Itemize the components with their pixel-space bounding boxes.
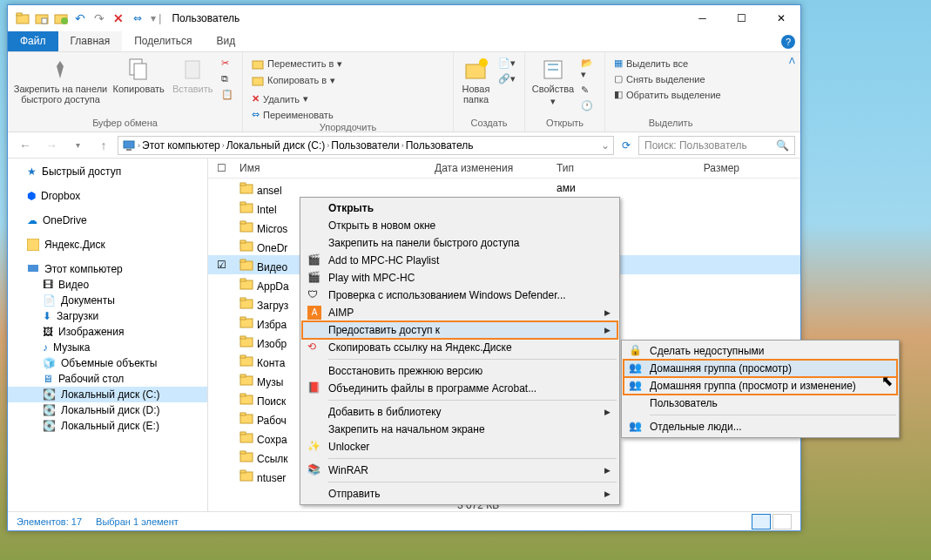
svg-rect-25 [240, 240, 246, 243]
up-button[interactable]: ↑ [91, 135, 116, 156]
nav-music[interactable]: ♪Музыка [8, 340, 207, 355]
nav-desktop[interactable]: 🖥Рабочий стол [8, 371, 207, 387]
nav-yandex[interactable]: Яндекс.Диск [8, 237, 207, 253]
file-row[interactable]: anselами [208, 179, 800, 198]
ctx-open-new[interactable]: Открыть в новом окне [302, 217, 617, 234]
recent-dropdown[interactable]: ▾ [65, 135, 90, 156]
paste-shortcut-button[interactable]: 📋 [218, 87, 237, 102]
history-button[interactable]: 🕐 [577, 98, 599, 113]
delete-icon[interactable]: ✕ [109, 9, 128, 28]
ctx-deny[interactable]: 🔒Сделать недоступными [624, 342, 897, 360]
properties-button[interactable]: Свойства▾ [530, 54, 576, 107]
ctx-people[interactable]: 👥Отдельные люди... [624, 418, 897, 435]
ctx-acrobat[interactable]: 📕Объединить файлы в программе Acrobat... [302, 380, 617, 397]
crumb-1[interactable]: Локальный диск (C:) [226, 139, 326, 152]
ribbon-collapse-icon[interactable]: ᐱ [789, 56, 795, 65]
invert-selection-button[interactable]: ◧Обратить выделение [611, 87, 731, 102]
nav-this-pc[interactable]: Этот компьютер [8, 261, 207, 277]
new-folder-button[interactable]: Новая папка [459, 54, 493, 105]
tab-view[interactable]: Вид [204, 31, 247, 51]
ctx-open[interactable]: Открыть [302, 199, 617, 217]
ctx-send[interactable]: Отправить▶ [302, 485, 617, 503]
nav-c-disk[interactable]: 💽Локальный диск (C:) [8, 387, 207, 402]
nav-e-disk[interactable]: 💽Локальный диск (E:) [8, 418, 207, 434]
ctx-pin-quick[interactable]: Закрепить на панели быстрого доступа [302, 234, 617, 252]
copy-button[interactable]: Копировать [110, 54, 167, 94]
check-all[interactable]: ☐ [208, 162, 234, 174]
ctx-defender[interactable]: 🛡Проверка с использованием Windows Defen… [302, 287, 617, 304]
copy-path-button[interactable]: ⧉ [218, 71, 237, 86]
tab-share[interactable]: Поделиться [122, 31, 204, 51]
svg-point-5 [61, 17, 68, 24]
move-to-button[interactable]: Переместить в ▾ [248, 56, 349, 71]
rename-icon[interactable]: ⇔ [128, 9, 147, 28]
svg-rect-45 [240, 432, 246, 435]
properties-icon[interactable] [32, 9, 51, 28]
nav-dropbox[interactable]: ⬢Dropbox [8, 188, 207, 204]
crumb-3[interactable]: Пользователь [406, 139, 474, 152]
svg-rect-41 [240, 394, 246, 396]
col-type[interactable]: Тип [557, 162, 661, 174]
col-name[interactable]: Имя [234, 162, 435, 174]
breadcrumb[interactable]: › Этот компьютер› Локальный диск (C:)› П… [118, 136, 614, 155]
close-button[interactable]: ✕ [761, 6, 800, 30]
ctx-homegroup-edit[interactable]: 👥Домашняя группа (просмотр и изменение) [624, 377, 897, 395]
nav-downloads[interactable]: ⬇Загрузки [8, 308, 207, 324]
nav-pictures[interactable]: 🖼Изображения [8, 324, 207, 340]
column-headers: ☐ Имя Дата изменения Тип Размер [208, 159, 800, 179]
ctx-user[interactable]: Пользователь [624, 395, 897, 412]
ctx-yandex-link[interactable]: ⟲Скопировать ссылку на Яндекс.Диске [302, 339, 617, 356]
col-date[interactable]: Дата изменения [435, 162, 557, 174]
svg-rect-43 [240, 413, 246, 415]
nav-documents[interactable]: 📄Документы [8, 293, 207, 308]
ctx-mpc-add[interactable]: 🎬Add to MPC-HC Playlist [302, 252, 617, 269]
minimize-button[interactable]: ─ [683, 6, 722, 30]
refresh-button[interactable]: ⟳ [616, 139, 637, 152]
crumb-0[interactable]: Этот компьютер [142, 139, 220, 152]
ctx-unlocker[interactable]: ✨Unlocker [302, 438, 617, 455]
svg-rect-37 [240, 355, 246, 358]
nav-quick-access[interactable]: ★Быстрый доступ [8, 164, 207, 179]
svg-rect-39 [240, 374, 246, 377]
redo-icon[interactable]: ↷ [90, 9, 109, 28]
nav-d-disk[interactable]: 💽Локальный диск (D:) [8, 402, 207, 418]
cursor-icon: ⬉ [881, 373, 893, 389]
nav-3d[interactable]: 🧊Объемные объекты [8, 355, 207, 371]
maximize-button[interactable]: ☐ [722, 6, 761, 30]
open-dropdown-button[interactable]: 📂▾ [577, 56, 599, 82]
tab-home[interactable]: Главная [58, 31, 123, 51]
ctx-share-access[interactable]: Предоставить доступ к▶ [302, 321, 617, 339]
ctx-winrar[interactable]: 📚WinRAR▶ [302, 462, 617, 479]
undo-icon[interactable]: ↶ [71, 9, 90, 28]
ctx-homegroup-view[interactable]: 👥Домашняя группа (просмотр) [624, 360, 897, 377]
folder-icon[interactable] [13, 9, 32, 28]
rename-button[interactable]: ⇔Переименовать [248, 107, 349, 122]
crumb-2[interactable]: Пользователи [331, 139, 399, 152]
edit-button[interactable]: ✎ [577, 83, 599, 98]
details-view-button[interactable] [752, 514, 771, 530]
ctx-aimp[interactable]: AAIMP▶ [302, 304, 617, 321]
col-size[interactable]: Размер [661, 162, 748, 174]
help-icon[interactable]: ? [781, 35, 795, 49]
ctx-mpc-play[interactable]: 🎬Play with MPC-HC [302, 269, 617, 287]
ctx-library[interactable]: Добавить в библиотеку▶ [302, 403, 617, 421]
new-folder-icon[interactable] [51, 9, 71, 28]
nav-video[interactable]: 🎞Видео [8, 277, 207, 293]
ctx-restore[interactable]: Восстановить прежнюю версию [302, 362, 617, 380]
tab-file[interactable]: Файл [8, 31, 58, 51]
copy-to-button[interactable]: Копировать в ▾ [248, 72, 349, 88]
search-input[interactable]: Поиск: Пользователь🔍 [638, 136, 795, 155]
icons-view-button[interactable] [772, 514, 792, 530]
pin-quick-access-button[interactable]: Закрепить на панели быстрого доступа [13, 54, 108, 105]
select-all-button[interactable]: ▦Выделить все [611, 56, 731, 71]
ribbon-tabs: Файл Главная Поделиться Вид [8, 31, 800, 52]
easy-access-button[interactable]: 🔗▾ [495, 71, 519, 86]
select-none-button[interactable]: ▢Снять выделение [611, 71, 731, 86]
new-item-button[interactable]: 📄▾ [495, 56, 519, 71]
ctx-pin-start[interactable]: Закрепить на начальном экране [302, 421, 617, 438]
ribbon: ᐱ ? Закрепить на панели быстрого доступа… [8, 52, 800, 132]
back-button[interactable]: ← [13, 135, 37, 156]
nav-onedrive[interactable]: ☁OneDrive [8, 213, 207, 228]
cut-button[interactable]: ✂ [218, 56, 237, 71]
delete-button[interactable]: ✕Удалить ▾ [248, 91, 349, 106]
